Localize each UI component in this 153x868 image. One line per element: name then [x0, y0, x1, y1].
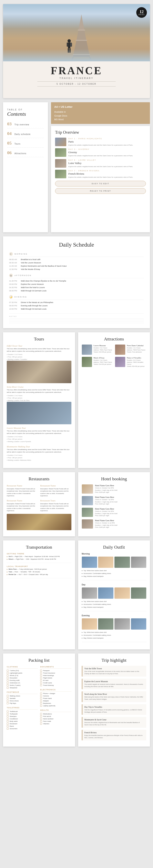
packing-checkbox[interactable]	[7, 720, 8, 722]
packing-checkbox[interactable]	[40, 723, 42, 725]
format-line2: Google Docs	[54, 114, 147, 118]
packing-checkbox[interactable]	[40, 695, 42, 697]
notes-lines	[9, 318, 144, 323]
packing-checkbox[interactable]	[40, 718, 42, 720]
packing-checkbox[interactable]	[40, 684, 42, 686]
packing-checkbox[interactable]	[40, 675, 42, 676]
schedule-time: 12:30 PM	[9, 268, 18, 270]
cover-image	[3, 4, 150, 61]
schedule-row: 01:30 PM Walk down the Champs-Élysées to…	[9, 280, 144, 282]
format-label: A4 + US Letter	[54, 105, 147, 109]
packing-checkbox[interactable]	[40, 672, 42, 674]
packing-checkbox[interactable]	[7, 700, 8, 702]
packing-checkbox[interactable]	[40, 715, 42, 717]
packing-checkbox[interactable]	[7, 680, 8, 681]
packing-item: Lightweight pants	[7, 672, 38, 674]
packing-checkbox[interactable]	[7, 715, 8, 717]
highlight-item-title: Visit the Eiffel Tower	[84, 668, 145, 670]
packing-checkbox[interactable]	[40, 720, 42, 722]
restaurant-name: Restaurant Name	[7, 485, 38, 487]
tour-item: Montmartre Walking Tour This tour offers…	[7, 445, 71, 462]
packing-item-label: Laptop (optional)	[43, 705, 55, 707]
schedule-activity: Explore Montmartre and visit the Basilic…	[21, 265, 144, 267]
packing-highlight-spread: Packing list CLOTHING T-shirts (5-6) Lig…	[3, 653, 150, 747]
tour-item: Eiffel Tower Tour This tour offers breat…	[7, 345, 71, 383]
daily-schedule-page: Daily Schedule ☀ MORNING 08:00 AM Breakf…	[3, 236, 150, 328]
packing-checkbox[interactable]	[40, 670, 42, 672]
packing-category: HEALTH Medications First aid kit Hand sa…	[40, 709, 71, 725]
outfit-image	[131, 618, 146, 629]
hotel-description: Check-in: October 7 at 3PMDuration: 2 ni…	[95, 499, 117, 505]
schedule-activity: Walk through St-Germain-Louis	[21, 290, 144, 292]
outfit-tips: ▸ Top: White linen button-down shirt ▸ A…	[82, 631, 147, 640]
restaurant-item: Restaurant Tours Description: Robert Fro…	[40, 499, 71, 512]
schedule-time: 11:00 AM	[9, 265, 18, 267]
packing-item: Shampoo	[7, 715, 38, 717]
outfit-bullet-icon: ▸	[82, 603, 83, 606]
packing-item-label: Flight tickets	[43, 677, 52, 679]
packing-item: First aid kit	[40, 715, 71, 717]
schedule-section: ☀ MORNING 08:00 AM Breakfast at a local …	[9, 252, 144, 270]
schedule-section-name: MORNING	[14, 253, 28, 255]
packing-category: FOOTWEAR Walking shoes Sandals Dress sho…	[7, 691, 38, 704]
packing-checkbox[interactable]	[40, 677, 42, 679]
packing-item: Camera	[40, 695, 71, 697]
time-icon: 🌙	[9, 295, 13, 299]
packing-checkbox[interactable]	[7, 677, 8, 679]
packing-item-label: Vitamins	[43, 723, 49, 725]
packing-checkbox[interactable]	[7, 682, 8, 684]
packing-checkbox[interactable]	[40, 713, 42, 715]
packing-checkbox[interactable]	[7, 702, 8, 704]
trip-day-info: Day 5 - Loire Valley Loire Valley Explor…	[68, 159, 133, 168]
packing-checkbox[interactable]	[7, 728, 8, 730]
packing-checkbox[interactable]	[40, 698, 42, 699]
packing-checkbox[interactable]	[40, 700, 42, 702]
packing-checkbox[interactable]	[7, 684, 8, 686]
outfit-images-row	[82, 587, 147, 599]
packing-item-label: Lightweight pants	[10, 672, 22, 674]
trip-day-title: French Riviera	[68, 172, 133, 176]
packing-checkbox[interactable]	[7, 718, 8, 720]
outfit-bullet-icon: ▸	[82, 569, 83, 572]
outfit-bullet-icon: ▸	[82, 606, 83, 609]
hotel-image	[82, 485, 93, 494]
right-info-column: A4 + US Letter Available in Google Docs …	[51, 102, 150, 232]
packing-checkbox[interactable]	[40, 680, 42, 681]
packing-checkbox[interactable]	[7, 725, 8, 727]
packing-checkbox[interactable]	[40, 692, 42, 694]
packing-checkbox[interactable]	[7, 672, 8, 674]
ready-to-print-button[interactable]: READY TO PRINT	[55, 188, 146, 194]
highlight-item: French Riviera Enjoy the beautiful beach…	[82, 730, 147, 741]
easy-to-edit-button[interactable]: EASY TO EDIT	[55, 181, 146, 186]
schedule-activity: Explore the Louvre Museum	[21, 283, 144, 285]
packing-checkbox[interactable]	[7, 698, 8, 699]
packing-category: CLOTHING T-shirts (5-6) Lightweight pant…	[7, 666, 38, 689]
packing-checkbox[interactable]	[7, 713, 8, 715]
hotel-image	[82, 496, 93, 505]
packing-item: Medications	[40, 713, 71, 715]
packing-checkbox[interactable]	[40, 682, 42, 684]
toc-heading1: TABLE OF	[7, 108, 44, 111]
attraction-description: Duration: 2 to 3 hoursAddress: 75007 Par…	[93, 359, 112, 365]
outfit-bullet-icon: ▸	[82, 637, 83, 640]
packing-checkbox[interactable]	[7, 695, 8, 697]
packing-checkbox[interactable]	[7, 687, 8, 689]
packing-checkbox[interactable]	[7, 675, 8, 676]
outfit-tip-text: Top: White linen button-down shirt	[84, 569, 107, 572]
outfit-image	[131, 557, 146, 568]
packing-item: Deodorant	[7, 723, 38, 725]
outfit-tip: ▸ Top: White linen button-down shirt	[82, 600, 147, 603]
transport-detail: Rental Car — Oct 7 - Oct 9 · Compact cla…	[8, 574, 48, 576]
trip-day-image	[55, 137, 66, 146]
svg-marker-1	[76, 31, 86, 41]
schedule-row: 12:30 PM Visit the Musée d'Orsay	[9, 268, 144, 270]
packing-checkbox[interactable]	[7, 670, 8, 672]
transportation-title: Transportation	[7, 545, 71, 550]
packing-item-label: Toothpaste	[10, 713, 17, 715]
packing-checkbox[interactable]	[7, 711, 8, 712]
hotel-info: Hotel Name Goes Here Check-in: October 5…	[95, 485, 117, 494]
trip-overview-title: Trip Overview	[55, 130, 146, 135]
packing-checkbox[interactable]	[7, 723, 8, 725]
packing-checkbox[interactable]	[40, 705, 42, 707]
packing-checkbox[interactable]	[40, 702, 42, 704]
